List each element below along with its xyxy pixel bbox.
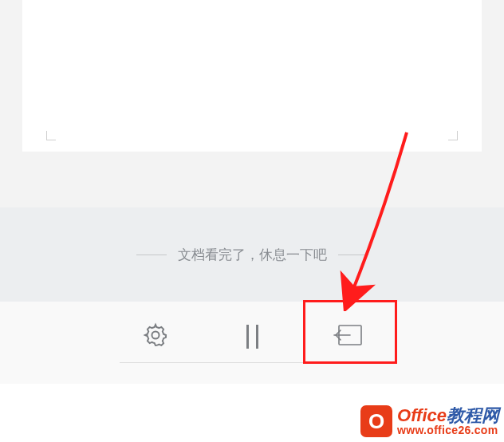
- toolbar-row: [120, 313, 384, 361]
- divider: [136, 255, 167, 255]
- watermark-url: www.office26.com: [397, 424, 499, 436]
- watermark-logo-letter: O: [368, 409, 384, 434]
- gear-icon: [142, 322, 169, 352]
- exit-icon: [333, 322, 364, 351]
- document-viewer: [0, 0, 504, 207]
- page-corner-mark: [46, 131, 56, 140]
- watermark: O Office教程网 www.office26.com: [360, 405, 499, 437]
- bottom-toolbar: [0, 302, 504, 384]
- page-corner-mark: [448, 131, 458, 140]
- document-page[interactable]: [22, 0, 482, 152]
- exit-button[interactable]: [313, 313, 384, 361]
- settings-button[interactable]: [120, 313, 191, 361]
- watermark-title: Office教程网: [397, 406, 499, 424]
- watermark-text: Office教程网 www.office26.com: [397, 406, 499, 436]
- svg-point-0: [152, 331, 159, 338]
- end-of-document-banner: 文档看完了，休息一下吧: [0, 207, 504, 302]
- pause-bars-icon: [246, 325, 258, 349]
- end-message: 文档看完了，休息一下吧: [178, 246, 327, 264]
- divider: [338, 255, 368, 255]
- page-indicator-button[interactable]: [216, 313, 288, 361]
- toolbar-divider: [120, 362, 384, 363]
- watermark-logo: O: [360, 405, 392, 437]
